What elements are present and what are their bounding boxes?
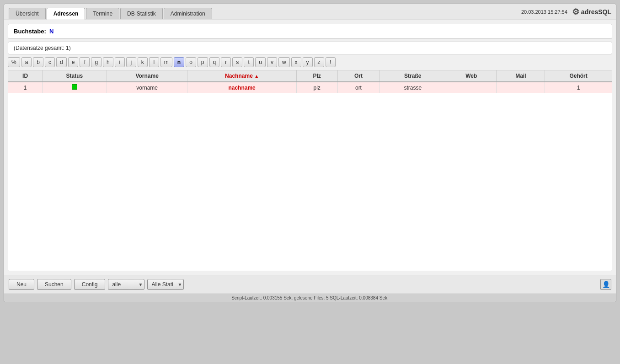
status-green-indicator [72,84,77,90]
alphabet-nav: %abcdefghijklmnopqrstuvwxyz! [8,57,612,67]
cell-mail [497,82,545,93]
logo-icon: ⚙ [572,7,579,17]
cell-plz: plz [296,82,337,93]
col-plz[interactable]: Plz [296,70,337,82]
datensaetze-bar: (Datensätze gesamt: 1) [8,42,612,54]
data-table-wrapper: ID Status Vorname Nachname ▲ Plz Ort Str… [8,70,612,271]
alpha-btn-n[interactable]: n [174,57,184,67]
table-header-row: ID Status Vorname Nachname ▲ Plz Ort Str… [8,70,612,82]
footer-text: Script-Laufzeit: 0.003155 Sek. gelesene … [231,295,389,300]
buchstabe-value: N [49,28,53,35]
stati-dropdown[interactable]: Alle Stati [147,279,184,290]
alpha-btn-v[interactable]: v [267,57,277,67]
main-content: Buchstabe: N (Datensätze gesamt: 1) %abc… [4,20,616,275]
cell-strasse: strasse [379,82,446,93]
alpha-btn-e[interactable]: e [68,57,79,67]
alpha-btn-r[interactable]: r [221,57,231,67]
col-ort[interactable]: Ort [337,70,379,82]
buchstabe-bar: Buchstabe: N [8,24,612,39]
table-row[interactable]: 1vornamenachnameplzortstrasse1 [8,82,612,93]
tab-adressen[interactable]: Adressen [47,8,86,20]
col-vorname[interactable]: Vorname [107,70,187,82]
alpha-btn-a[interactable]: a [21,57,32,67]
config-button[interactable]: Config [74,279,106,290]
sort-arrow-nachname: ▲ [254,74,259,79]
stati-dropdown-wrapper: Alle Stati ▼ [147,279,184,290]
cell-ort: ort [337,82,379,93]
alpha-btn-f[interactable]: f [80,57,90,67]
col-mail[interactable]: Mail [497,70,545,82]
alpha-btn-p[interactable]: p [198,57,208,67]
alpha-btn-c[interactable]: c [45,57,55,67]
alpha-btn-l[interactable]: l [149,57,159,67]
alpha-btn-g[interactable]: g [91,57,102,67]
col-gehoert[interactable]: Gehört [545,70,612,82]
tab-uebersicht[interactable]: Übersicht [9,8,46,19]
logo-text: adresSQL [581,8,611,16]
cell-status [43,82,107,93]
col-web[interactable]: Web [446,70,497,82]
col-id[interactable]: ID [8,70,43,82]
cell-gehoert: 1 [545,82,612,93]
tab-administration[interactable]: Administration [164,8,212,19]
suchen-button[interactable]: Suchen [37,279,71,290]
alpha-btn-h[interactable]: h [103,57,113,67]
cell-id: 1 [8,82,43,93]
alpha-btn-o[interactable]: o [186,57,196,67]
col-status[interactable]: Status [43,70,107,82]
alpha-btn-w[interactable]: w [278,57,290,67]
alpha-btn-t[interactable]: t [244,57,254,67]
alpha-btn-i[interactable]: i [115,57,125,67]
alpha-btn-%[interactable]: % [8,57,20,67]
top-bar: Übersicht Adressen Termine DB-Statistik … [4,4,616,20]
alpha-btn-y[interactable]: y [303,57,313,67]
tab-db-statistik[interactable]: DB-Statistik [120,8,163,19]
col-strasse[interactable]: Straße [379,70,446,82]
col-nachname[interactable]: Nachname ▲ [187,70,296,82]
tab-bar: Übersicht Adressen Termine DB-Statistik … [9,8,212,19]
datensaetze-text: (Datensätze gesamt: 1) [14,45,71,51]
footer-bar: Script-Laufzeit: 0.003155 Sek. gelesene … [4,294,616,302]
top-right: 20.03.2013 15:27:54 ⚙ adresSQL [521,7,611,20]
neu-button[interactable]: Neu [9,279,34,290]
user-icon[interactable]: 👤 [600,279,611,290]
cell-web [446,82,497,93]
alpha-btn-q[interactable]: q [209,57,220,67]
alpha-btn-m[interactable]: m [160,57,172,67]
data-table: ID Status Vorname Nachname ▲ Plz Ort Str… [8,70,612,93]
cell-nachname: nachname [187,82,296,93]
alle-dropdown-wrapper: alle ▼ [108,279,144,290]
cell-vorname: vorname [107,82,187,93]
alpha-btn-d[interactable]: d [56,57,67,67]
app-logo: ⚙ adresSQL [572,7,611,17]
buchstabe-label: Buchstabe: [14,28,46,35]
alpha-btn-z[interactable]: z [314,57,324,67]
bottom-bar: Neu Suchen Config alle ▼ Alle Stati ▼ 👤 [4,275,616,294]
alpha-btn-u[interactable]: u [255,57,266,67]
alpha-btn-b[interactable]: b [33,57,43,67]
alpha-btn-j[interactable]: j [126,57,136,67]
alpha-btn-![interactable]: ! [326,57,336,67]
alpha-btn-k[interactable]: k [138,57,148,67]
alpha-btn-x[interactable]: x [291,57,301,67]
datetime-display: 20.03.2013 15:27:54 [521,9,567,15]
alle-dropdown[interactable]: alle [108,279,144,290]
tab-termine[interactable]: Termine [86,8,119,19]
alpha-btn-s[interactable]: s [232,57,242,67]
